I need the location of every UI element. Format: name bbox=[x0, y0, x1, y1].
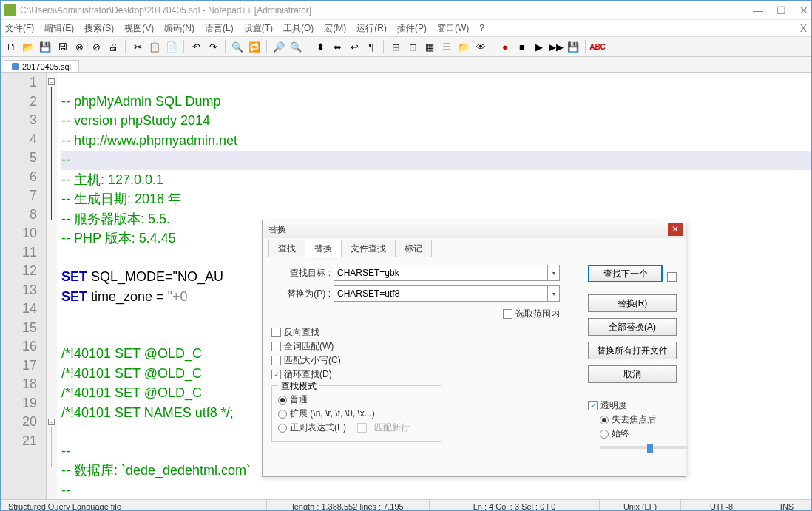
menu-plugins[interactable]: 插件(P) bbox=[397, 22, 427, 35]
menu-file[interactable]: 文件(F) bbox=[5, 22, 34, 35]
replace-all-files-button[interactable]: 替换所有打开文件 bbox=[588, 342, 677, 359]
close-all-icon[interactable]: ⊘ bbox=[89, 39, 104, 54]
find-next-button[interactable]: 查找下一个 bbox=[588, 265, 663, 282]
close-file-icon[interactable]: ⊗ bbox=[72, 39, 87, 54]
find-label: 查找目标 : bbox=[271, 267, 331, 280]
status-lang: Structured Query Language file bbox=[1, 500, 267, 511]
zoom-out-icon[interactable]: 🔍 bbox=[288, 39, 303, 54]
menu-edit[interactable]: 编辑(E) bbox=[44, 22, 74, 35]
replace-dropdown-icon[interactable]: ▾ bbox=[548, 285, 560, 302]
fold-column[interactable]: - - bbox=[47, 73, 57, 499]
tab-findfiles[interactable]: 文件查找 bbox=[341, 240, 396, 257]
menu-tools[interactable]: 工具(O) bbox=[283, 22, 314, 35]
play-icon[interactable]: ▶ bbox=[532, 39, 547, 54]
line-gutter: 12345678101112131415161718192021 bbox=[1, 73, 47, 499]
indent-guide-icon[interactable]: ⊞ bbox=[388, 39, 403, 54]
zoom-in-icon[interactable]: 🔎 bbox=[271, 39, 286, 54]
copy-icon[interactable]: 📋 bbox=[147, 39, 162, 54]
minimize-button[interactable]: — bbox=[753, 4, 763, 16]
editor-area[interactable]: 12345678101112131415161718192021 - - -- … bbox=[1, 73, 811, 499]
replace-input[interactable] bbox=[334, 285, 548, 302]
file-status-icon bbox=[12, 63, 19, 70]
replace-all-button[interactable]: 全部替换(A) bbox=[588, 318, 677, 336]
replace-button[interactable]: 替换(R) bbox=[588, 294, 677, 312]
mode-legend: 查找模式 bbox=[278, 380, 319, 393]
wrap-icon[interactable]: ↩ bbox=[347, 39, 362, 54]
play-multi-icon[interactable]: ▶▶ bbox=[549, 39, 564, 54]
sync-h-icon[interactable]: ⬌ bbox=[330, 39, 345, 54]
redo-icon[interactable]: ↷ bbox=[206, 39, 220, 54]
status-mode[interactable]: INS bbox=[762, 500, 811, 511]
new-file-icon[interactable]: 🗋 bbox=[4, 39, 18, 54]
cancel-button[interactable]: 取消 bbox=[588, 365, 677, 383]
status-eol[interactable]: Unix (LF) bbox=[600, 500, 681, 511]
replace-icon[interactable]: 🔁 bbox=[247, 39, 262, 54]
open-file-icon[interactable]: 📂 bbox=[21, 39, 35, 54]
save-macro-icon[interactable]: 💾 bbox=[566, 39, 581, 54]
reverse-checkbox[interactable] bbox=[271, 328, 281, 337]
loop-checkbox[interactable]: ✓ bbox=[271, 370, 281, 379]
tab-find[interactable]: 查找 bbox=[268, 240, 305, 257]
menu-run[interactable]: 运行(R) bbox=[356, 22, 387, 35]
titlebar: C:\Users\Administrator\Desktop\20170405.… bbox=[1, 1, 811, 20]
in-selection-label: 选取范围内 bbox=[515, 308, 560, 320]
transparency-slider[interactable] bbox=[600, 446, 688, 449]
doc-map-icon[interactable]: ▦ bbox=[422, 39, 437, 54]
record-icon[interactable]: ● bbox=[498, 39, 512, 54]
save-all-icon[interactable]: 🖫 bbox=[55, 39, 70, 54]
menu-help[interactable]: ? bbox=[479, 23, 484, 33]
folder-icon[interactable]: 📁 bbox=[456, 39, 471, 54]
stop-icon[interactable]: ■ bbox=[515, 39, 530, 54]
file-tab[interactable]: 20170405.sql bbox=[4, 60, 79, 72]
trans-always-radio[interactable] bbox=[600, 430, 609, 439]
replace-label: 替换为(P) : bbox=[271, 288, 331, 300]
menu-settings[interactable]: 设置(T) bbox=[244, 22, 273, 35]
save-icon[interactable]: 💾 bbox=[38, 39, 53, 54]
close-button[interactable]: ✕ bbox=[799, 4, 808, 16]
func-list-icon[interactable]: ☰ bbox=[439, 39, 454, 54]
tab-mark[interactable]: 标记 bbox=[395, 240, 432, 257]
print-icon[interactable]: 🖨 bbox=[106, 39, 121, 54]
menu-window[interactable]: 窗口(W) bbox=[437, 22, 469, 35]
matchcase-checkbox[interactable] bbox=[271, 356, 281, 365]
dialog-tabs: 查找 替换 文件查找 标记 bbox=[263, 240, 686, 257]
mode-extended-radio[interactable] bbox=[278, 410, 287, 419]
replace-dialog: 替换 ✕ 查找 替换 文件查找 标记 查找目标 : ▾ 替换为(P) : ▾ bbox=[262, 220, 686, 477]
mode-normal-radio[interactable] bbox=[278, 396, 287, 405]
menu-search[interactable]: 搜索(S) bbox=[84, 22, 114, 35]
find-next-aux-checkbox[interactable] bbox=[667, 272, 677, 282]
menu-view[interactable]: 视图(V) bbox=[124, 22, 154, 35]
find-icon[interactable]: 🔍 bbox=[230, 39, 245, 54]
file-tab-label: 20170405.sql bbox=[22, 62, 71, 71]
mode-regex-radio[interactable] bbox=[278, 424, 287, 433]
in-selection-checkbox[interactable] bbox=[503, 309, 512, 319]
toolbar: 🗋 📂 💾 🖫 ⊗ ⊘ 🖨 ✂ 📋 📄 ↶ ↷ 🔍 🔁 🔎 🔍 ⬍ ⬌ ↩ ¶ … bbox=[1, 36, 811, 57]
dialog-title: 替换 bbox=[268, 223, 286, 236]
paste-icon[interactable]: 📄 bbox=[164, 39, 179, 54]
dialog-close-icon[interactable]: ✕ bbox=[668, 223, 683, 236]
trans-blur-radio[interactable] bbox=[600, 416, 609, 424]
spellcheck-icon[interactable]: ABC bbox=[590, 39, 605, 54]
find-input[interactable] bbox=[334, 265, 548, 281]
status-length: length : 1,388,552 lines : 7,195 bbox=[267, 500, 430, 511]
find-dropdown-icon[interactable]: ▾ bbox=[548, 265, 560, 281]
tab-close-x-icon[interactable]: X bbox=[800, 22, 807, 34]
dialog-titlebar[interactable]: 替换 ✕ bbox=[263, 220, 686, 238]
status-encoding[interactable]: UTF-8 bbox=[681, 500, 762, 511]
maximize-button[interactable]: ☐ bbox=[777, 4, 786, 16]
lang-icon[interactable]: ⊡ bbox=[405, 39, 420, 54]
wholeword-checkbox[interactable] bbox=[271, 342, 281, 351]
menu-language[interactable]: 语言(L) bbox=[205, 22, 234, 35]
menu-encoding[interactable]: 编码(N) bbox=[164, 22, 194, 35]
tab-replace[interactable]: 替换 bbox=[305, 240, 342, 257]
fold-toggle-icon[interactable]: - bbox=[48, 419, 55, 425]
fold-toggle-icon[interactable]: - bbox=[48, 78, 55, 85]
all-chars-icon[interactable]: ¶ bbox=[364, 39, 379, 54]
transparency-checkbox[interactable]: ✓ bbox=[588, 401, 598, 410]
sync-v-icon[interactable]: ⬍ bbox=[313, 39, 328, 54]
undo-icon[interactable]: ↶ bbox=[189, 39, 203, 54]
monitor-icon[interactable]: 👁 bbox=[473, 39, 488, 54]
menu-macro[interactable]: 宏(M) bbox=[324, 22, 346, 35]
menubar: 文件(F) 编辑(E) 搜索(S) 视图(V) 编码(N) 语言(L) 设置(T… bbox=[1, 20, 811, 36]
cut-icon[interactable]: ✂ bbox=[130, 39, 145, 54]
